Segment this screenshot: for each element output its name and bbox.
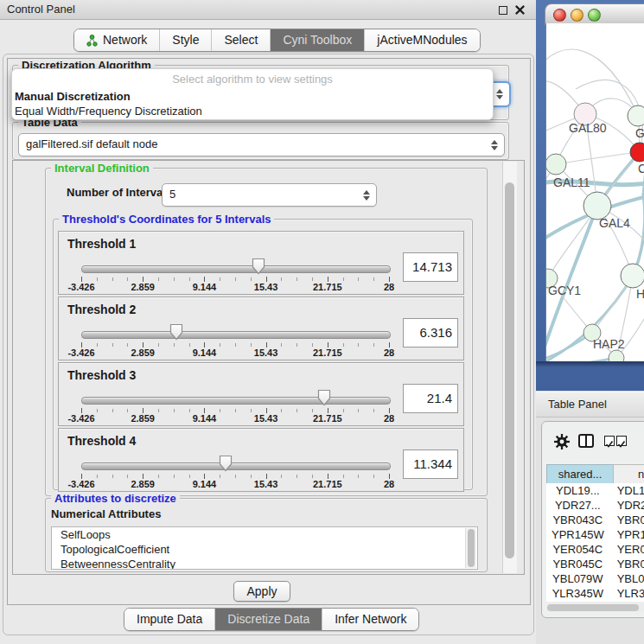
apply-button[interactable]: Apply: [233, 581, 290, 602]
table-row[interactable]: YIL052CYIL0: [546, 601, 644, 602]
popup-option[interactable]: Manual Discretization: [15, 90, 131, 103]
column-header-name[interactable]: n: [613, 464, 644, 484]
column-header-shared-name[interactable]: shared...: [546, 464, 614, 484]
settings-scroll-panel: Interval Definition Number of Intervals …: [12, 160, 525, 575]
tick-mark: [296, 475, 297, 478]
attribute-list-item[interactable]: SelfLoops: [52, 527, 477, 542]
attribute-list-item[interactable]: BetweennessCentrality: [52, 557, 477, 570]
tick-label: -3.426: [67, 413, 94, 424]
split-columns-icon[interactable]: [578, 434, 594, 448]
tab-label: Cyni Toolbox: [283, 29, 352, 51]
network-window-titlebar[interactable]: [545, 3, 644, 25]
threshold-title: Threshold 1: [67, 237, 136, 251]
network-icon: [86, 35, 98, 47]
tab-select[interactable]: Select: [211, 29, 270, 51]
table-row[interactable]: YBR043CYBR0: [546, 513, 644, 527]
tick-mark: [112, 475, 113, 478]
cell-name: YER0: [609, 542, 644, 557]
tick-label: 9.144: [193, 479, 217, 489]
tick-mark: [251, 475, 252, 478]
table-row[interactable]: YLR345WYLR3: [546, 586, 644, 601]
tick-mark: [312, 475, 313, 478]
checkbox-icon[interactable]: [604, 436, 615, 446]
tick-mark: [174, 409, 175, 412]
settings-scrollbar[interactable]: [502, 162, 517, 573]
tick-label: -3.426: [67, 348, 94, 358]
window-minimize-icon[interactable]: [571, 9, 583, 22]
threshold-slider-thumb[interactable]: [317, 389, 331, 406]
scrollbar-thumb[interactable]: [468, 529, 475, 567]
tab-jactivemnodules[interactable]: jActiveMNodules: [364, 29, 479, 51]
threshold-slider-track[interactable]: [81, 265, 391, 273]
threshold-value-field[interactable]: 21.4: [403, 384, 458, 413]
attribute-list-scrollbar[interactable]: [465, 528, 476, 568]
close-icon[interactable]: [515, 5, 525, 15]
table-row[interactable]: YDR27...YDR2: [546, 498, 644, 513]
threshold-title: Threshold 4: [67, 434, 136, 448]
numerical-attributes-label: Numerical Attributes: [51, 507, 161, 520]
scrollbar-thumb[interactable]: [505, 182, 514, 558]
threshold-value-field[interactable]: 14.713: [403, 252, 458, 282]
tick-label: 21.715: [313, 348, 342, 358]
network-view-canvas[interactable]: GAL80GACGAL11GAL4GCY1HHAP2: [545, 23, 644, 361]
threshold-slider-track[interactable]: [81, 397, 391, 405]
number-of-intervals-select[interactable]: 5: [162, 183, 377, 207]
tick-label: 15.43: [254, 282, 278, 292]
tab-infer-network[interactable]: Infer Network: [322, 609, 418, 630]
popup-placeholder: Select algorithm to view settings: [12, 73, 493, 86]
table-row[interactable]: YDL19...YDL1: [546, 483, 644, 498]
window-close-icon[interactable]: [553, 9, 566, 22]
threshold-slider-track[interactable]: [81, 462, 391, 470]
attributes-group-label: Attributes to discretize: [51, 492, 180, 505]
threshold-value-field[interactable]: 6.316: [403, 318, 458, 348]
network-node[interactable]: [628, 105, 644, 126]
tick-label: 28: [384, 348, 394, 358]
attribute-list-item[interactable]: TopologicalCoefficient: [52, 542, 477, 557]
tab-cyni-toolbox[interactable]: Cyni Toolbox: [270, 29, 364, 51]
threshold-value-field[interactable]: 11.344: [403, 450, 458, 479]
cell-shared-name: YPR145W: [546, 527, 609, 542]
settings-gear-icon[interactable]: [554, 434, 570, 450]
network-node-label: GA: [635, 126, 644, 140]
table-row[interactable]: YPR145WYPR1: [546, 527, 644, 542]
threshold-slider-thumb[interactable]: [219, 455, 233, 472]
network-node-label: HAP2: [593, 337, 625, 351]
tick-mark: [343, 277, 344, 281]
tick-mark: [97, 409, 98, 412]
table-horizontal-scrollbar[interactable]: [546, 603, 644, 612]
float-window-icon[interactable]: [499, 6, 507, 15]
threshold-slider-thumb[interactable]: [169, 323, 183, 341]
tick-mark: [174, 475, 175, 478]
popup-option[interactable]: Equal Width/Frequency Discretization: [15, 105, 202, 118]
network-graph: GAL80GACGAL11GAL4GCY1HHAP2: [546, 23, 644, 361]
threshold-slider-thumb[interactable]: [252, 258, 265, 275]
tab-discretize-data[interactable]: Discretize Data: [214, 609, 322, 630]
table-row[interactable]: YBL079WYBL0: [546, 571, 644, 586]
table-row[interactable]: YER054CYER0: [546, 542, 644, 557]
network-node[interactable]: [546, 154, 566, 175]
network-node[interactable]: [621, 264, 644, 288]
cell-name: YPR1: [609, 527, 644, 542]
window-zoom-icon[interactable]: [588, 9, 601, 22]
table-row[interactable]: YBR045CYBR0: [546, 557, 644, 571]
network-node[interactable]: [609, 350, 624, 361]
tick-mark: [220, 409, 220, 412]
threshold-slider-track[interactable]: [81, 331, 391, 339]
tab-impute-data[interactable]: Impute Data: [124, 609, 214, 630]
tick-mark: [281, 409, 282, 412]
cell-shared-name: YBL079W: [546, 571, 609, 586]
tab-network[interactable]: Network: [74, 29, 159, 51]
checkbox-icon[interactable]: [616, 436, 627, 446]
tab-style[interactable]: Style: [159, 29, 211, 51]
number-of-intervals-label: Number of Intervals: [67, 186, 172, 199]
cell-shared-name: YER054C: [546, 542, 609, 557]
table-data-select[interactable]: galFiltered.sif default node: [18, 133, 505, 156]
tick-label: 2.859: [131, 413, 155, 424]
cell-shared-name: YDR27...: [546, 498, 609, 513]
tick-mark: [373, 343, 374, 347]
scrollbar-thumb[interactable]: [547, 604, 639, 611]
tick-mark: [358, 475, 359, 478]
numerical-attributes-list[interactable]: SelfLoopsTopologicalCoefficientBetweenne…: [51, 526, 478, 570]
cell-shared-name: YLR345W: [546, 586, 609, 601]
right-region: GAL80GACGAL11GAL4GCY1HHAP2 Table Panel: [536, 0, 644, 644]
